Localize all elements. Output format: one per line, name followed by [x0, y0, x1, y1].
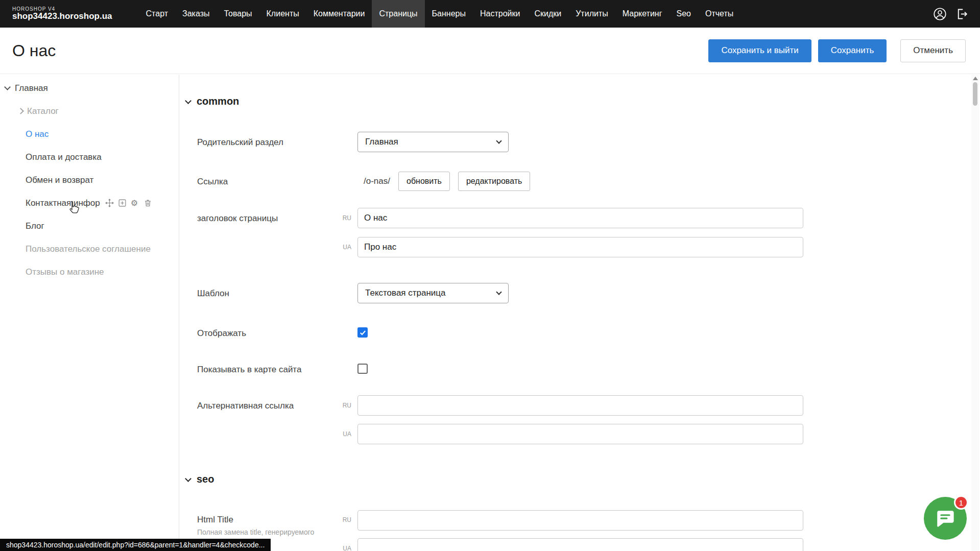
sidebar-item-label: Отзывы о магазине — [26, 267, 104, 277]
scrollbar-thumb[interactable] — [973, 82, 977, 106]
top-navigation: Старт Заказы Товары Клиенты Комментарии … — [139, 0, 741, 28]
sidebar-item-otzyvy[interactable]: Отзывы о магазине — [0, 260, 179, 283]
link-edit-button[interactable]: редактировать — [458, 172, 530, 191]
display-label: Отображать — [197, 328, 246, 339]
move-icon[interactable] — [105, 199, 114, 207]
vertical-scrollbar[interactable] — [971, 75, 979, 551]
display-checkbox[interactable] — [357, 327, 368, 338]
nav-orders[interactable]: Заказы — [175, 0, 217, 28]
sidebar-item-label: Блог — [26, 221, 44, 231]
chevron-down-icon — [496, 289, 501, 295]
sidebar-item-label: Оплата и доставка — [26, 152, 102, 162]
page-edit-form: common Родительский раздел Главная Ссылк… — [179, 74, 972, 551]
brand-domain: shop34423.horoshop.ua — [12, 12, 112, 21]
sidebar-item-label: О нас — [26, 129, 49, 139]
section-seo-toggle[interactable]: seo — [186, 473, 214, 485]
section-title: seo — [197, 473, 214, 485]
nav-comments[interactable]: Комментарии — [306, 0, 372, 28]
nav-start[interactable]: Старт — [139, 0, 175, 28]
sidebar-item-obmen[interactable]: Обмен и возврат — [0, 169, 179, 191]
pages-tree-sidebar: Главная Каталог О нас Оплата и доставка … — [0, 75, 179, 551]
link-label: Ссылка — [197, 177, 228, 187]
nav-settings[interactable]: Настройки — [473, 0, 527, 28]
page: HOROSHOP V4 shop34423.horoshop.ua Старт … — [0, 0, 980, 551]
sidebar-item-label: Обмен и возврат — [26, 175, 93, 185]
sidebar-item-oplata[interactable]: Оплата и доставка — [0, 146, 179, 169]
nav-banners[interactable]: Баннеры — [425, 0, 473, 28]
nav-utilities[interactable]: Утилиты — [568, 0, 615, 28]
chat-unread-badge: 1 — [954, 495, 968, 510]
chevron-right-icon[interactable] — [17, 108, 24, 114]
link-status-tooltip: shop34423.horoshop.ua/edit/edit.php?id=6… — [0, 539, 271, 551]
html-title-label: Html Title — [197, 515, 233, 525]
chevron-down-icon — [185, 98, 192, 104]
brand-version: HOROSHOP V4 — [12, 6, 112, 12]
select-value: Текстовая страница — [365, 288, 446, 298]
link-update-button[interactable]: обновить — [398, 172, 450, 191]
save-and-exit-button[interactable]: Сохранить и выйти — [708, 39, 811, 62]
nav-seo[interactable]: Seo — [670, 0, 698, 28]
chevron-down-icon — [496, 138, 501, 143]
lang-ru-badge: RU — [330, 214, 351, 222]
alt-link-label: Альтернативная ссылка — [197, 401, 294, 411]
chevron-down-icon[interactable] — [4, 84, 11, 90]
lang-ua-badge: UA — [330, 545, 351, 551]
html-title-ru-input[interactable] — [357, 510, 803, 531]
sidebar-item-label: Главная — [15, 83, 48, 93]
nav-pages[interactable]: Страницы — [372, 0, 424, 28]
sidebar-item-glavnaya[interactable]: Главная — [0, 77, 179, 100]
page-heading-ru-input[interactable] — [357, 208, 803, 228]
link-row: /o-nas/ обновить редактировать — [364, 172, 530, 191]
page-title: О нас — [12, 41, 56, 60]
logout-icon[interactable] — [955, 7, 969, 21]
account-icon[interactable] — [933, 7, 947, 21]
sidebar-item-blog[interactable]: Блог — [0, 214, 179, 237]
nav-reports[interactable]: Отчеты — [698, 0, 740, 28]
lang-ru-badge: RU — [330, 516, 351, 523]
template-label: Шаблон — [197, 289, 229, 299]
sidebar-item-katalog[interactable]: Каталог — [0, 100, 179, 123]
chevron-down-icon — [185, 475, 192, 482]
trash-icon[interactable] — [144, 199, 152, 207]
add-icon[interactable] — [118, 199, 127, 207]
sidebar-item-soglashenie[interactable]: Пользовательское соглашение — [0, 237, 179, 260]
page-heading-ua-input[interactable] — [357, 237, 803, 257]
section-title: common — [197, 95, 239, 107]
nav-marketing[interactable]: Маркетинг — [615, 0, 670, 28]
header-buttons: Сохранить и выйти Сохранить Отменить — [708, 39, 966, 62]
sidebar-item-o-nas[interactable]: О нас — [0, 123, 179, 146]
gear-icon[interactable]: ⚙ — [131, 199, 139, 207]
page-header: О нас Сохранить и выйти Сохранить Отмени… — [0, 28, 980, 74]
nav-clients[interactable]: Клиенты — [259, 0, 306, 28]
template-select[interactable]: Текстовая страница — [357, 283, 509, 303]
page-heading-label: заголовок страницы — [197, 213, 278, 224]
sidebar-item-label: Каталог — [27, 106, 59, 116]
topbar: HOROSHOP V4 shop34423.horoshop.ua Старт … — [0, 0, 980, 28]
link-path: /o-nas/ — [364, 176, 390, 186]
lang-ua-badge: UA — [330, 244, 351, 251]
parent-section-label: Родительский раздел — [197, 137, 283, 148]
parent-section-select[interactable]: Главная — [357, 132, 509, 152]
chat-widget-button[interactable]: 1 — [924, 497, 967, 540]
brand-logo[interactable]: HOROSHOP V4 shop34423.horoshop.ua — [12, 6, 112, 21]
lang-ua-badge: UA — [330, 430, 351, 438]
nav-products[interactable]: Товары — [217, 0, 259, 28]
select-value: Главная — [365, 137, 398, 147]
alt-link-ua-input[interactable] — [357, 424, 803, 444]
check-icon — [359, 329, 367, 337]
topbar-right — [933, 7, 969, 21]
lang-ru-badge: RU — [330, 402, 351, 409]
html-title-hint: Полная замена title, генерируемого — [197, 528, 314, 536]
nav-discounts[interactable]: Скидки — [527, 0, 568, 28]
chat-bubble-icon — [935, 508, 956, 529]
alt-link-ru-input[interactable] — [357, 395, 803, 416]
scroll-up-arrow[interactable] — [973, 77, 978, 80]
section-common-toggle[interactable]: common — [186, 95, 239, 107]
sidebar-item-kontaktnaya[interactable]: Контактная инфор ⚙ — [0, 191, 179, 214]
html-title-ua-input[interactable] — [357, 538, 803, 551]
cancel-button[interactable]: Отменить — [900, 39, 966, 62]
sitemap-checkbox[interactable] — [357, 364, 368, 374]
save-button[interactable]: Сохранить — [818, 39, 887, 62]
sidebar-item-label: Контактная инфор — [26, 198, 100, 208]
sitemap-label: Показывать в карте сайта — [197, 365, 301, 375]
